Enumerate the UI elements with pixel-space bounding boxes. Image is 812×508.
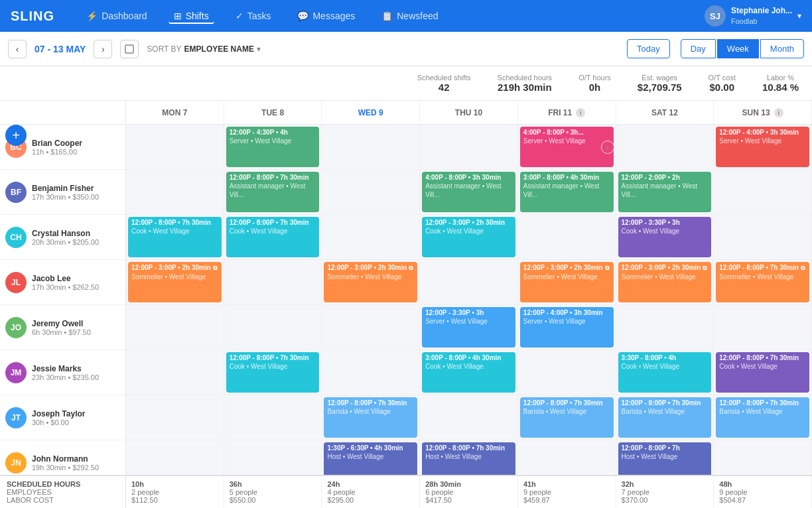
shift-block[interactable]: 12:00P - 8:00P • 7h 30min Barista • West… xyxy=(520,397,614,438)
schedule-cell[interactable] xyxy=(714,440,812,475)
shift-block[interactable]: 12:00P - 3:30P • 3h Server • West Villag… xyxy=(422,307,515,348)
schedule-cell[interactable] xyxy=(714,215,812,259)
schedule-cell[interactable]: 12:00P - 2:00P • 2h Assistant manager • … xyxy=(616,170,714,214)
schedule-cell[interactable]: 12:00P - 8:00P • 7h 30min Barista • West… xyxy=(518,395,616,440)
week-view-button[interactable]: Week xyxy=(717,39,759,58)
schedule-cell[interactable] xyxy=(616,305,714,349)
schedule-cell[interactable]: 3:30P - 8:00P • 4h Cook • West Village xyxy=(616,350,714,395)
schedule-cell[interactable]: 12:00P - 3:00P • 2h 30min ⧉ Sommelier • … xyxy=(518,260,616,304)
schedule-cell[interactable] xyxy=(224,440,322,475)
add-shift-button[interactable]: + xyxy=(5,125,27,146)
schedule-cell[interactable] xyxy=(322,305,420,349)
schedule-cell[interactable] xyxy=(224,395,322,440)
schedule-cell[interactable]: 12:00P - 4:00P • 3h 30min Server • West … xyxy=(518,305,616,349)
nav-shifts[interactable]: ⊞ Shifts xyxy=(169,8,214,24)
schedule-cell[interactable]: 12:00P - 8:00P • 7h 30min Barista • West… xyxy=(322,395,420,440)
schedule-cell[interactable]: 12:00P - 3:00P • 2h 30min ⧉ Sommelier • … xyxy=(616,260,714,304)
schedule-cell[interactable] xyxy=(420,125,518,169)
shift-block[interactable]: 12:00P - 8:00P • 7h Host • West Village xyxy=(618,442,712,475)
schedule-cell[interactable]: 3:00P - 8:00P • 4h 30min Cook • West Vil… xyxy=(420,350,518,395)
schedule-cell[interactable]: 1:30P - 6:30P • 4h 30min Host • West Vil… xyxy=(322,440,420,475)
nav-tasks[interactable]: ✓ Tasks xyxy=(230,8,277,24)
schedule-cell[interactable]: 12:00P - 8:00P • 7h 30min Cook • West Vi… xyxy=(126,215,224,259)
schedule-cell[interactable] xyxy=(126,305,224,349)
schedule-cell[interactable]: 12:00P - 3:00P • 2h 30min ⧉ Sommelier • … xyxy=(126,260,224,304)
shift-block[interactable]: 12:00P - 4:00P • 3h 30min Server • West … xyxy=(716,127,809,167)
schedule-cell[interactable] xyxy=(126,440,224,475)
schedule-cell[interactable]: 3:00P - 8:00P • 4h 30min Assistant manag… xyxy=(518,170,616,214)
schedule-cell[interactable]: 12:00P - 3:00P • 2h 30min Cook • West Vi… xyxy=(420,215,518,259)
user-menu[interactable]: SJ Stephanie Joh... Foodlab ▾ xyxy=(705,5,801,27)
schedule-cell[interactable] xyxy=(714,170,812,214)
schedule-cell[interactable] xyxy=(420,395,518,440)
schedule-cell[interactable] xyxy=(714,305,812,349)
shift-block[interactable]: 12:00P - 8:00P • 7h 30min Cook • West Vi… xyxy=(226,352,320,393)
shift-block[interactable]: 12:00P - 3:00P • 2h 30min ⧉ Sommelier • … xyxy=(324,262,417,302)
schedule-cell[interactable] xyxy=(126,395,224,440)
schedule-cell[interactable] xyxy=(322,350,420,395)
schedule-cell[interactable]: 4:00P - 8:00P • 3h 30min Assistant manag… xyxy=(420,170,518,214)
schedule-cell[interactable] xyxy=(420,260,518,304)
schedule-cell[interactable]: 12:00P - 8:00P • 7h 30min Barista • West… xyxy=(616,395,714,440)
schedule-cell[interactable] xyxy=(322,215,420,259)
schedule-cell[interactable] xyxy=(322,125,420,169)
schedule-cell[interactable]: 12:00P - 8:00P • 7h 30min Host • West Vi… xyxy=(420,440,518,475)
shift-block[interactable]: 1:30P - 6:30P • 4h 30min Host • West Vil… xyxy=(324,442,417,475)
shift-block[interactable]: 12:00P - 3:00P • 2h 30min ⧉ Sommelier • … xyxy=(520,262,614,302)
next-week-button[interactable]: › xyxy=(94,40,112,58)
prev-week-button[interactable]: ‹ xyxy=(8,40,27,58)
shift-block[interactable]: 3:30P - 8:00P • 4h Cook • West Village xyxy=(618,352,712,393)
schedule-cell[interactable]: 12:00P - 8:00P • 7h 30min Cook • West Vi… xyxy=(224,350,322,395)
shift-block[interactable]: 12:00P - 3:30P • 3h Cook • West Village xyxy=(618,217,712,257)
schedule-cell[interactable] xyxy=(126,350,224,395)
shift-block[interactable]: 12:00P - 3:00P • 2h 30min ⧉ Sommelier • … xyxy=(618,262,712,302)
shift-block[interactable]: 4:00P - 8:00P • 3h... Server • West Vill… xyxy=(520,127,614,167)
shift-block[interactable]: 12:00P - 8:00P • 7h 30min Assistant mana… xyxy=(226,172,320,212)
schedule-cell[interactable] xyxy=(518,440,616,475)
schedule-cell[interactable] xyxy=(126,125,224,169)
shift-block[interactable]: 12:00P - 8:00P • 7h 30min Barista • West… xyxy=(716,397,809,438)
shift-block[interactable]: 12:00P - 8:00P • 7h 30min Cook • West Vi… xyxy=(226,217,320,257)
schedule-cell[interactable]: 4:00P - 8:00P • 3h... Server • West Vill… xyxy=(518,125,616,169)
schedule-cell[interactable]: 12:00P - 3:30P • 3h Server • West Villag… xyxy=(420,305,518,349)
schedule-cell[interactable]: 12:00P - 8:00P • 7h 30min Assistant mana… xyxy=(224,170,322,214)
nav-dashboard[interactable]: ⚡ Dashboard xyxy=(81,8,153,24)
schedule-cell[interactable]: 12:00P - 3:00P • 2h 30min ⧉ Sommelier • … xyxy=(322,260,420,304)
today-button[interactable]: Today xyxy=(627,39,670,58)
schedule-cell[interactable] xyxy=(616,125,714,169)
shift-block[interactable]: 12:00P - 4:30P • 4h Server • West Villag… xyxy=(226,127,320,167)
shift-block[interactable]: 4:00P - 8:00P • 3h 30min Assistant manag… xyxy=(422,172,515,212)
day-view-button[interactable]: Day xyxy=(681,39,716,58)
shift-block[interactable]: 12:00P - 2:00P • 2h Assistant manager • … xyxy=(618,172,712,212)
shift-block[interactable]: 12:00P - 8:00P • 7h 30min Host • West Vi… xyxy=(422,442,515,475)
nav-messages[interactable]: 💬 Messages xyxy=(292,8,360,24)
schedule-cell[interactable]: 12:00P - 8:00P • 7h 30min ⧉ Sommelier • … xyxy=(714,260,812,304)
schedule-cell[interactable]: 12:00P - 4:30P • 4h Server • West Villag… xyxy=(224,125,322,169)
shift-block[interactable]: 3:00P - 8:00P • 4h 30min Cook • West Vil… xyxy=(422,352,515,393)
shift-block[interactable]: 12:00P - 8:00P • 7h 30min Barista • West… xyxy=(618,397,712,438)
shift-block[interactable]: 12:00P - 4:00P • 3h 30min Server • West … xyxy=(520,307,614,348)
shift-block[interactable]: 12:00P - 8:00P • 7h 30min Barista • West… xyxy=(324,397,417,438)
add-shift-cell-button[interactable]: + xyxy=(601,141,614,154)
schedule-cell[interactable]: 12:00P - 8:00P • 7h 30min Cook • West Vi… xyxy=(714,350,812,395)
shift-block[interactable]: 3:00P - 8:00P • 4h 30min Assistant manag… xyxy=(520,172,614,212)
schedule-cell[interactable]: 12:00P - 8:00P • 7h Host • West Village xyxy=(616,440,714,475)
month-view-button[interactable]: Month xyxy=(760,39,804,58)
calendar-icon[interactable] xyxy=(120,40,139,58)
schedule-cell[interactable]: 12:00P - 3:30P • 3h Cook • West Village xyxy=(616,215,714,259)
schedule-cell[interactable] xyxy=(518,350,616,395)
schedule-cell[interactable]: 12:00P - 4:00P • 3h 30min Server • West … xyxy=(714,125,812,169)
shift-block[interactable]: 12:00P - 8:00P • 7h 30min ⧉ Sommelier • … xyxy=(716,262,809,302)
shift-block[interactable]: 12:00P - 3:00P • 2h 30min ⧉ Sommelier • … xyxy=(128,262,222,302)
schedule-cell[interactable] xyxy=(126,170,224,214)
schedule-cell[interactable] xyxy=(224,305,322,349)
schedule-cell[interactable] xyxy=(322,170,420,214)
nav-newsfeed[interactable]: 📋 Newsfeed xyxy=(376,8,443,24)
shift-block[interactable]: 12:00P - 8:00P • 7h 30min Cook • West Vi… xyxy=(128,217,222,257)
schedule-cell[interactable] xyxy=(518,215,616,259)
shift-block[interactable]: 12:00P - 3:00P • 2h 30min Cook • West Vi… xyxy=(422,217,515,257)
schedule-cell[interactable]: 12:00P - 8:00P • 7h 30min Barista • West… xyxy=(714,395,812,440)
schedule-cell[interactable]: 12:00P - 8:00P • 7h 30min Cook • West Vi… xyxy=(224,215,322,259)
schedule-cell[interactable] xyxy=(224,260,322,304)
shift-block[interactable]: 12:00P - 8:00P • 7h 30min Cook • West Vi… xyxy=(716,352,809,393)
